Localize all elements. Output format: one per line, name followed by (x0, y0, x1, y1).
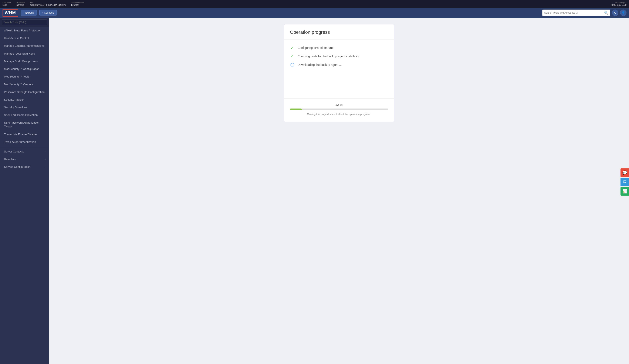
content-area: Operation progress ✓ Configuring cPanel … (49, 18, 629, 364)
load-avg-values: 0.02 0.03 0.00 (612, 3, 627, 6)
support-button[interactable]: 💬 (621, 168, 629, 177)
op-card-header: Operation progress (284, 24, 394, 39)
search-icon: 🔍 (604, 11, 608, 15)
os-meta: OS Ubuntu v20.04.0 STANDARD kvm (30, 1, 66, 6)
op-card-title: Operation progress (290, 29, 388, 35)
cpanel-version-label: cPanel Version (71, 1, 84, 3)
sidebar-item-modsec-tools[interactable]: ModSecurity™ Tools (0, 73, 49, 81)
progress-bar-fill (290, 108, 302, 110)
sidebar: cPHulk Brute Force Protection Host Acces… (0, 18, 49, 364)
right-float-panel: 💬 🗨 📊 (621, 168, 629, 196)
username-label: Username (2, 1, 11, 3)
username-meta: Username root (2, 1, 11, 6)
collapse-button[interactable]: ↑ Collapse (39, 10, 57, 15)
step-2-label: Checking ports for the backup agent inst… (298, 55, 360, 58)
progress-note: Closing this page does not affect the op… (290, 113, 388, 116)
header-left: WHM ↓ Expand ↑ Collapse (2, 9, 57, 16)
os-value: Ubuntu v20.04.0 STANDARD kvm (30, 3, 66, 6)
step-3-label: Downloading the backup agent ... (298, 63, 342, 67)
sidebar-item-server-contacts[interactable]: Server Contacts › (0, 148, 49, 156)
sidebar-item-shell-fork-bomb[interactable]: Shell Fork Bomb Protection (0, 111, 49, 119)
chevron-right-icon: › (45, 165, 45, 169)
op-step-3: Downloading the backup agent ... (290, 62, 388, 67)
op-step-2: ✓ Checking ports for the backup agent in… (290, 54, 388, 59)
check-icon-1: ✓ (291, 45, 294, 50)
sidebar-item-cphulk[interactable]: cPHulk Brute Force Protection (0, 27, 49, 34)
progress-bar-background (290, 108, 388, 110)
step-3-icon (290, 62, 295, 67)
op-step-1: ✓ Configuring cPanel features (290, 45, 388, 50)
whm-logo: WHM (2, 9, 18, 16)
cpanel-version-value: 116.0.9 (71, 3, 84, 6)
step-2-icon: ✓ (290, 54, 295, 59)
stats-button[interactable]: 📊 (621, 187, 629, 196)
sidebar-item-manage-external[interactable]: Manage External Authentications (0, 42, 49, 50)
sidebar-item-ssh-password[interactable]: SSH Password Authorization Tweak (0, 119, 49, 130)
sidebar-item-manage-ssh-keys[interactable]: Manage root's SSH Keys (0, 50, 49, 58)
sidebar-item-security-questions[interactable]: Security Questions (0, 104, 49, 111)
user-button[interactable]: 👤 (620, 9, 627, 16)
sidebar-item-service-config[interactable]: Service Configuration › (0, 163, 49, 171)
sidebar-item-traceroute[interactable]: Traceroute Enable/Disable (0, 131, 49, 138)
headerbar: WHM ↓ Expand ↑ Collapse 🔍 ↻ 👤 (0, 8, 629, 18)
chevron-right-icon: › (45, 150, 45, 154)
sidebar-item-modsec-config[interactable]: ModSecurity™ Configuration (0, 65, 49, 73)
check-icon-2: ✓ (291, 54, 294, 59)
load-avg: Load Averages 0.02 0.03 0.00 (612, 1, 627, 6)
sidebar-search-area (0, 18, 49, 27)
expand-button[interactable]: ↓ Expand (21, 10, 37, 15)
progress-percent: 12 % (290, 103, 388, 106)
sidebar-item-password-strength[interactable]: Password Strength Configuration (0, 88, 49, 96)
header-search-area: 🔍 ↻ 👤 (542, 9, 627, 16)
topbar: Username root Hostname acronis OS Ubuntu… (0, 0, 629, 8)
hostname-value: acronis (16, 3, 25, 6)
chat-button[interactable]: 🗨 (621, 178, 629, 186)
search-tools-box[interactable]: 🔍 (542, 9, 610, 16)
sidebar-item-two-factor[interactable]: Two-Factor Authentication (0, 138, 49, 146)
spinner-icon (290, 63, 295, 67)
sidebar-search-input[interactable] (2, 19, 47, 25)
os-label: OS (30, 1, 66, 3)
username-value: root (2, 3, 11, 6)
main-layout: cPHulk Brute Force Protection Host Acces… (0, 18, 629, 364)
step-1-icon: ✓ (290, 45, 295, 50)
step-1-label: Configuring cPanel features (298, 46, 334, 49)
cpanel-version-meta: cPanel Version 116.0.9 (71, 1, 84, 6)
op-card-body: ✓ Configuring cPanel features ✓ Checking… (284, 39, 394, 98)
refresh-button[interactable]: ↻ (612, 9, 618, 16)
operation-progress-card: Operation progress ✓ Configuring cPanel … (284, 24, 394, 122)
sidebar-item-resellers[interactable]: Resellers › (0, 156, 49, 163)
sidebar-item-modsec-vendors[interactable]: ModSecurity™ Vendors (0, 81, 49, 88)
topbar-right: Load Averages 0.02 0.03 0.00 (612, 1, 627, 6)
sidebar-item-manage-sudo[interactable]: Manage Sudo Group Users (0, 58, 49, 65)
topbar-meta-group: Username root Hostname acronis OS Ubuntu… (2, 1, 84, 6)
hostname-label: Hostname (16, 1, 25, 3)
chevron-right-icon: › (45, 157, 45, 161)
search-tools-input[interactable] (544, 11, 604, 14)
sidebar-item-host-access[interactable]: Host Access Control (0, 34, 49, 42)
sidebar-item-security-advisor[interactable]: Security Advisor (0, 96, 49, 104)
op-card-footer: 12 % Closing this page does not affect t… (284, 98, 394, 122)
load-avg-label: Load Averages (612, 1, 627, 3)
hostname-meta: Hostname acronis (16, 1, 25, 6)
